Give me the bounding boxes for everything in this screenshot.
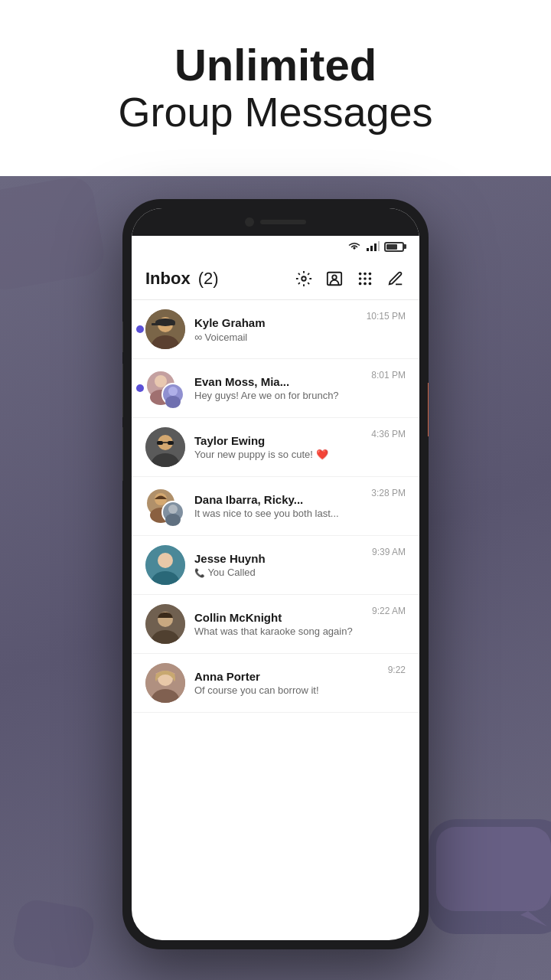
svg-point-14 — [369, 277, 372, 280]
svg-rect-23 — [152, 323, 158, 325]
bg-bubble-1 — [0, 174, 107, 293]
message-content: Collin McKnight What was that karaoke so… — [194, 611, 366, 637]
svg-rect-4 — [374, 243, 377, 251]
side-button — [428, 383, 429, 436]
message-preview: What was that karaoke song again? — [194, 626, 366, 637]
status-bar — [132, 236, 419, 257]
battery-icon — [384, 242, 404, 252]
svg-rect-3 — [370, 246, 373, 251]
message-item[interactable]: Evan Moss, Mia... Hey guys! Are we on fo… — [132, 359, 419, 418]
avatar — [145, 309, 185, 349]
speaker-bar — [260, 220, 306, 224]
message-preview: Your new puppy is so cute! ❤️ — [194, 449, 365, 460]
message-preview: Of course you can borrow it! — [194, 684, 382, 696]
volume-button-3 — [122, 427, 123, 481]
compose-icon[interactable] — [386, 269, 406, 289]
message-time: 9:22 — [388, 663, 406, 675]
svg-point-15 — [359, 282, 362, 285]
background-section: Inbox (2) — [0, 176, 551, 980]
message-time: 3:28 PM — [371, 486, 406, 498]
contact-name: Kyle Graham — [194, 316, 360, 329]
message-content: Kyle Graham ∞ Voicemail — [194, 316, 360, 343]
volume-button-2 — [122, 364, 123, 417]
camera-dot — [245, 217, 254, 227]
chat-bubble-icon — [429, 819, 551, 934]
message-preview: Hey guys! Are we on for brunch? — [194, 390, 365, 401]
avatar-multi — [145, 368, 185, 408]
message-content: Evan Moss, Mia... Hey guys! Are we on fo… — [194, 375, 365, 401]
svg-rect-0 — [436, 827, 551, 911]
svg-point-40 — [168, 505, 178, 514]
volume-button-1 — [122, 322, 123, 352]
message-time: 4:36 PM — [371, 427, 406, 439]
contact-name: Anna Porter — [194, 670, 382, 683]
svg-point-25 — [155, 375, 167, 387]
svg-point-12 — [359, 277, 362, 280]
avatar — [145, 545, 185, 585]
message-preview: It was nice to see you both last... — [194, 508, 365, 519]
contacts-icon[interactable] — [324, 269, 344, 289]
promo-title-line2: Group Messages — [118, 90, 432, 135]
wifi-icon — [347, 241, 361, 252]
svg-point-28 — [168, 387, 178, 396]
svg-point-6 — [302, 276, 306, 281]
unread-indicator — [136, 325, 144, 333]
svg-rect-2 — [367, 248, 369, 251]
signal-icon — [366, 241, 380, 252]
message-item[interactable]: Collin McKnight What was that karaoke so… — [132, 595, 419, 654]
message-content: Anna Porter Of course you can borrow it! — [194, 670, 382, 696]
header-icons — [294, 269, 406, 289]
contact-name: Evan Moss, Mia... — [194, 375, 365, 388]
unread-indicator — [136, 384, 144, 392]
svg-point-11 — [369, 272, 372, 275]
app-header: Inbox (2) — [132, 257, 419, 300]
inbox-label: Inbox — [145, 269, 191, 288]
svg-point-9 — [359, 272, 362, 275]
svg-point-13 — [364, 277, 367, 280]
message-item[interactable]: Kyle Graham ∞ Voicemail 10:15 PM — [132, 300, 419, 359]
svg-point-17 — [369, 282, 372, 285]
promo-header: Unlimited Group Messages — [0, 0, 551, 176]
camera-bar — [132, 208, 419, 236]
settings-icon[interactable] — [294, 269, 314, 289]
avatar — [145, 427, 185, 467]
message-time: 9:22 AM — [372, 604, 406, 616]
svg-point-16 — [364, 282, 367, 285]
svg-rect-34 — [168, 441, 174, 445]
message-preview: ∞ Voicemail — [194, 331, 360, 343]
contact-name: Taylor Ewing — [194, 434, 365, 447]
promo-title-line1: Unlimited — [174, 41, 377, 90]
bg-bubble-2 — [429, 819, 551, 934]
contact-name: Dana Ibarra, Ricky... — [194, 493, 365, 506]
phone-screen: Inbox (2) — [132, 208, 419, 940]
message-item[interactable]: Jesse Huynh 📞 You Called 9:39 AM — [132, 536, 419, 595]
svg-point-8 — [332, 275, 337, 279]
message-time: 10:15 PM — [367, 309, 406, 322]
message-item[interactable]: Taylor Ewing Your new puppy is so cute! … — [132, 418, 419, 477]
avatar — [145, 604, 185, 644]
message-list: Kyle Graham ∞ Voicemail 10:15 PM — [132, 300, 419, 940]
message-preview: 📞 You Called — [194, 567, 366, 578]
svg-rect-5 — [378, 241, 380, 251]
svg-rect-33 — [157, 441, 163, 445]
svg-point-29 — [165, 396, 181, 408]
avatar-multi — [145, 486, 185, 526]
inbox-count: (2) — [198, 269, 219, 288]
message-content: Taylor Ewing Your new puppy is so cute! … — [194, 434, 365, 460]
message-content: Jesse Huynh 📞 You Called — [194, 552, 366, 578]
message-item[interactable]: Dana Ibarra, Ricky... It was nice to see… — [132, 477, 419, 536]
message-time: 8:01 PM — [371, 368, 406, 381]
avatar — [145, 663, 185, 703]
svg-marker-1 — [520, 911, 547, 926]
svg-rect-22 — [155, 322, 175, 325]
inbox-title: Inbox (2) — [145, 269, 294, 289]
svg-point-10 — [364, 272, 367, 275]
message-content: Dana Ibarra, Ricky... It was nice to see… — [194, 493, 365, 519]
svg-point-41 — [165, 514, 181, 526]
bg-bubble-3 — [11, 897, 96, 971]
preview-text: Your new puppy is so cute! ❤️ — [194, 449, 328, 460]
apps-icon[interactable] — [355, 269, 375, 289]
svg-point-43 — [158, 553, 173, 568]
message-item[interactable]: Anna Porter Of course you can borrow it!… — [132, 654, 419, 713]
contact-name: Collin McKnight — [194, 611, 366, 624]
